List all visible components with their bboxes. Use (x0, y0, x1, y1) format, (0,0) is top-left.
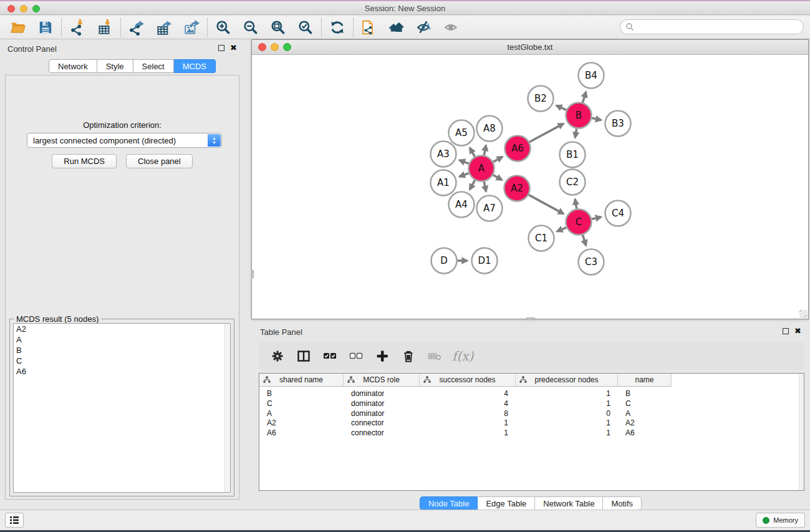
tab-node-table[interactable]: Node Table (420, 496, 478, 510)
close-panel-button[interactable]: Close panel (126, 154, 193, 168)
result-list-scrollbar[interactable] (224, 324, 230, 492)
cell-shared-name[interactable]: A (259, 409, 344, 418)
node-A7[interactable]: A7 (477, 196, 503, 221)
mcds-result-list[interactable]: A2ABCA6 (13, 323, 231, 493)
deselect-all-button[interactable] (347, 347, 365, 365)
splitter-handle-vertical[interactable] (251, 270, 254, 278)
edge-A-A6[interactable] (493, 157, 503, 162)
edge-A-A1[interactable] (460, 173, 469, 177)
splitter-handle-horizontal[interactable] (526, 317, 535, 320)
cell-name[interactable]: A (618, 409, 672, 418)
table-scrollbar[interactable] (799, 374, 804, 490)
node-D1[interactable]: D1 (472, 248, 498, 274)
select-all-button[interactable] (321, 347, 339, 365)
open-session-button[interactable] (6, 18, 30, 37)
tab-select[interactable]: Select (133, 59, 174, 73)
apply-layout-button[interactable] (325, 18, 349, 37)
tab-mcds[interactable]: MCDS (174, 59, 216, 73)
run-mcds-button[interactable]: Run MCDS (52, 154, 117, 168)
result-item[interactable]: A2 (14, 324, 230, 334)
node-C1[interactable]: C1 (529, 226, 554, 251)
gear-button[interactable] (269, 347, 286, 365)
cell-MCDS-role[interactable]: connector (344, 428, 420, 438)
save-session-button[interactable] (34, 18, 57, 37)
edge-A-A7[interactable] (484, 181, 486, 191)
edge-C-C2[interactable] (575, 199, 576, 209)
close-panel-icon[interactable]: ✖ (230, 45, 237, 51)
node-D[interactable]: D (432, 248, 457, 274)
node-A3[interactable]: A3 (431, 142, 456, 167)
zoom-in-button[interactable] (211, 18, 235, 37)
cell-successor-nodes[interactable]: 1 (420, 428, 516, 438)
node-B3[interactable]: B3 (605, 111, 631, 137)
zoom-selected-button[interactable] (294, 18, 317, 37)
edge-C-C4[interactable] (592, 217, 601, 219)
result-item[interactable]: C (14, 355, 230, 366)
cell-MCDS-role[interactable]: dominator (344, 399, 420, 409)
cell-shared-name[interactable]: B (259, 389, 344, 399)
task-history-button[interactable] (5, 513, 24, 528)
edge-B-B3[interactable] (592, 118, 601, 120)
cell-name[interactable]: B (618, 389, 672, 399)
close-table-panel-icon[interactable]: ✖ (794, 328, 801, 334)
delete-button[interactable] (400, 347, 417, 365)
memory-button[interactable]: Memory (756, 513, 805, 528)
cell-name[interactable]: C (618, 399, 672, 409)
node-B[interactable]: B (566, 103, 592, 128)
tab-network-table[interactable]: Network Table (535, 496, 603, 510)
edge-B-B1[interactable] (575, 128, 576, 138)
edge-A-A2[interactable] (493, 175, 502, 180)
edge-A6-B[interactable] (529, 123, 564, 142)
show-all-button[interactable] (440, 18, 463, 37)
zoom-out-button[interactable] (239, 18, 263, 37)
cell-successor-nodes[interactable]: 8 (420, 409, 516, 418)
column-header-predecessor-nodes[interactable]: predecessor nodes (516, 374, 618, 387)
edge-A-A3[interactable] (460, 160, 469, 164)
home-button[interactable] (385, 18, 408, 37)
export-network-button[interactable] (125, 18, 148, 37)
network-canvas[interactable]: B4B2BB3A8A5A6A3B1AA1C2A2A4A7C4CC1C3DD1 (253, 55, 808, 319)
float-table-panel-icon[interactable] (783, 328, 789, 334)
tab-motifs[interactable]: Motifs (603, 496, 642, 510)
edge-C-C3[interactable] (582, 235, 586, 246)
cell-predecessor-nodes[interactable]: 1 (516, 418, 618, 428)
export-table-button[interactable] (152, 18, 176, 37)
cell-shared-name[interactable]: A6 (259, 428, 344, 438)
cell-shared-name[interactable]: C (259, 399, 344, 409)
node-B2[interactable]: B2 (528, 86, 554, 112)
edge-A-A4[interactable] (470, 180, 475, 190)
result-item[interactable]: B (14, 345, 230, 355)
node-A8[interactable]: A8 (477, 116, 503, 142)
node-B4[interactable]: B4 (579, 63, 604, 89)
edge-C-C1[interactable] (557, 228, 566, 232)
hide-selected-button[interactable] (412, 18, 436, 37)
zoom-fit-button[interactable] (266, 18, 290, 37)
cell-predecessor-nodes[interactable]: 1 (516, 389, 618, 399)
node-A1[interactable]: A1 (431, 170, 456, 196)
export-image-button[interactable] (180, 18, 203, 37)
node-A5[interactable]: A5 (449, 120, 475, 146)
result-item[interactable]: A (14, 334, 230, 345)
float-panel-icon[interactable] (218, 45, 224, 51)
optimization-criterion-select[interactable]: largest connected component (directed) ▲… (27, 133, 222, 148)
edge-A2-C[interactable] (529, 195, 564, 214)
cell-predecessor-nodes[interactable]: 0 (516, 409, 618, 418)
window-resize-grip[interactable] (799, 310, 808, 318)
new-network-from-selection-button[interactable] (357, 18, 381, 37)
cell-name[interactable]: A2 (618, 418, 672, 428)
tab-style[interactable]: Style (97, 59, 133, 73)
edge-B-B4[interactable] (582, 92, 586, 102)
edge-A-A5[interactable] (470, 148, 475, 157)
cell-successor-nodes[interactable]: 4 (420, 399, 516, 409)
network-window-titlebar[interactable]: testGlobe.txt (252, 40, 808, 55)
column-header-name[interactable]: name (618, 374, 672, 387)
node-C3[interactable]: C3 (579, 249, 604, 275)
node-A[interactable]: A (469, 156, 494, 181)
edge-A-A8[interactable] (484, 145, 486, 155)
column-header-successor-nodes[interactable]: successor nodes (420, 374, 516, 387)
search-input[interactable] (620, 19, 804, 34)
column-header-shared-name[interactable]: shared name (259, 374, 344, 387)
tab-network[interactable]: Network (49, 59, 97, 73)
column-header-MCDS-role[interactable]: MCDS role (344, 374, 420, 387)
cell-shared-name[interactable]: A2 (259, 418, 344, 428)
